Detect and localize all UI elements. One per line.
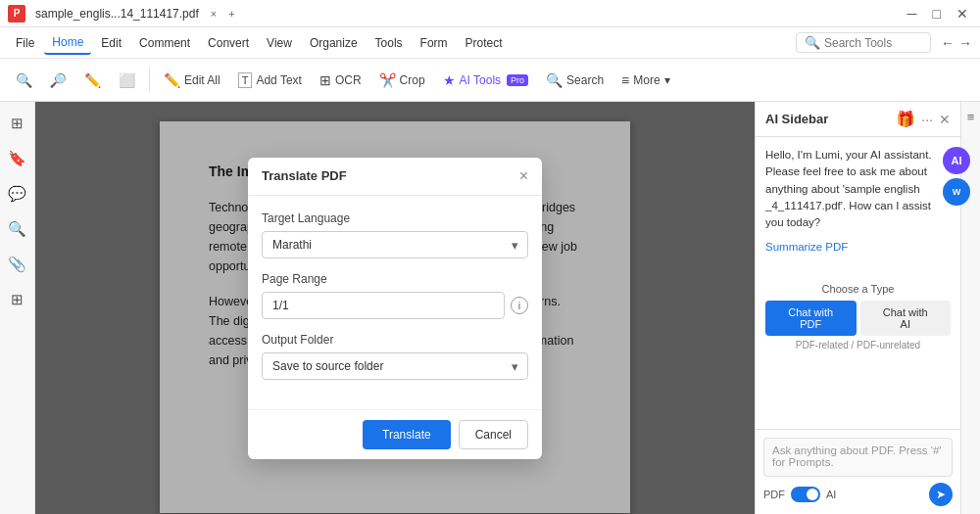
menu-organize[interactable]: Organize <box>302 32 366 54</box>
sidebar-attachment-btn[interactable]: 📎 <box>4 251 31 278</box>
target-language-select-wrapper: Marathi Hindi French Spanish German <box>262 231 528 258</box>
target-language-select[interactable]: Marathi Hindi French Spanish German <box>262 231 528 258</box>
cancel-btn[interactable]: Cancel <box>459 420 528 449</box>
search-btn[interactable]: 🔍 Search <box>538 68 612 93</box>
menu-convert[interactable]: Convert <box>200 32 257 54</box>
ai-ellipsis-btn[interactable]: ··· <box>921 112 933 127</box>
minimize-btn[interactable]: ─ <box>904 6 921 22</box>
page-range-info-icon[interactable]: i <box>511 297 528 314</box>
title-bar-controls: ─ □ ✕ <box>904 6 972 22</box>
menu-home[interactable]: Home <box>44 31 91 55</box>
menu-protect[interactable]: Protect <box>458 32 511 54</box>
ocr-icon: ⊞ <box>319 72 331 88</box>
translate-btn[interactable]: Translate <box>363 420 451 449</box>
zoom-out-btn[interactable]: 🔍 <box>42 68 74 93</box>
sidebar-bookmark-btn[interactable]: 🔖 <box>4 145 31 172</box>
output-folder-label: Output Folder <box>262 333 528 347</box>
mini-icon-1[interactable]: ≡ <box>967 110 975 124</box>
add-text-btn[interactable]: T Add Text <box>230 68 310 93</box>
ai-message-row: AI W Hello, I'm Lumi, your AI assistant.… <box>765 147 951 254</box>
chat-with-pdf-btn[interactable]: Chat withPDF <box>765 301 857 336</box>
ai-tools-label: AI Tools <box>460 73 501 87</box>
pdf-ai-toggle[interactable] <box>791 487 820 502</box>
toolbar: 🔍 🔍 ✏️ ⬜ ✏️ Edit All T Add Text ⊞ OCR ✂️… <box>0 59 980 102</box>
nav-forward-btn[interactable]: → <box>958 35 972 51</box>
menu-form[interactable]: Form <box>413 32 456 54</box>
menu-bar: File Home Edit Comment Convert View Orga… <box>0 27 980 59</box>
tab-close-btn[interactable]: × <box>211 8 217 20</box>
zoom-out-icon: 🔍 <box>50 72 67 88</box>
word-avatar: W <box>943 178 960 206</box>
ai-sidebar-header: AI Sidebar 🎁 ··· ✕ <box>756 102 960 137</box>
highlight-icon: ✏️ <box>84 72 101 88</box>
target-language-label: Target Language <box>262 211 528 225</box>
app-icon: P <box>8 5 25 23</box>
choose-type-label: Choose a Type <box>765 283 951 295</box>
more-label: More <box>633 73 660 87</box>
summarize-pdf-link[interactable]: Summarize PDF <box>765 241 848 253</box>
ai-send-btn[interactable]: ➤ <box>929 483 953 506</box>
dialog-close-btn[interactable]: × <box>519 167 528 185</box>
tab-title: sample_englis...14_111417.pdf <box>35 7 199 21</box>
output-folder-select-wrapper: Save to source folder Browse... <box>262 352 528 380</box>
select-icon: ⬜ <box>119 72 135 88</box>
sidebar-thumbnail-btn[interactable]: ⊞ <box>4 110 31 137</box>
highlight-btn[interactable]: ✏️ <box>76 68 109 93</box>
edit-all-icon: ✏️ <box>164 72 180 88</box>
restore-btn[interactable]: □ <box>929 6 945 22</box>
crop-btn[interactable]: ✂️ Crop <box>371 68 433 93</box>
ai-input-box[interactable]: Ask anything about PDF. Press '#' for Pr… <box>763 438 953 477</box>
menu-file[interactable]: File <box>8 32 42 54</box>
ocr-btn[interactable]: ⊞ OCR <box>312 68 369 93</box>
main-layout: ⊞ 🔖 💬 🔍 📎 ⊞ The Impa Technology's influe… <box>0 102 980 514</box>
ai-input-row: PDF AI ➤ <box>763 483 953 506</box>
menu-comment[interactable]: Comment <box>131 32 198 54</box>
ai-input-area: Ask anything about PDF. Press '#' for Pr… <box>756 429 960 514</box>
pro-badge: Pro <box>507 74 528 86</box>
ai-sidebar-title: AI Sidebar <box>765 112 892 126</box>
search-icon: 🔍 <box>546 72 563 88</box>
chat-with-ai-btn[interactable]: Chat withAI <box>860 301 952 336</box>
page-range-field: Page Range i <box>262 272 528 319</box>
ai-content: AI W Hello, I'm Lumi, your AI assistant.… <box>756 137 960 429</box>
pdf-area: The Impa Technology's influence on soc w… <box>35 102 755 514</box>
more-btn[interactable]: ≡ More ▾ <box>613 68 678 93</box>
output-folder-select[interactable]: Save to source folder Browse... <box>262 352 528 380</box>
search-tools-box[interactable]: 🔍 <box>796 32 931 53</box>
more-icon: ≡ <box>621 72 629 88</box>
menu-view[interactable]: View <box>259 32 300 54</box>
nav-back-btn[interactable]: ← <box>941 35 955 51</box>
sidebar-layers-btn[interactable]: ⊞ <box>4 286 31 313</box>
ai-gift-icon[interactable]: 🎁 <box>896 110 915 128</box>
pdf-toggle-label: PDF <box>763 489 785 500</box>
search-tools-icon: 🔍 <box>805 35 820 50</box>
menu-tools[interactable]: Tools <box>368 32 411 54</box>
edit-all-btn[interactable]: ✏️ Edit All <box>156 68 228 93</box>
ai-tools-btn[interactable]: ★ AI Tools Pro <box>435 68 536 93</box>
page-range-label: Page Range <box>262 272 528 286</box>
sidebar-search-btn[interactable]: 🔍 <box>4 215 31 243</box>
dialog-overlay: Translate PDF × Target Language Marathi … <box>35 102 755 514</box>
zoom-in-btn[interactable]: 🔍 <box>8 68 40 93</box>
chevron-down-icon: ▾ <box>664 73 670 87</box>
menu-edit[interactable]: Edit <box>93 32 129 54</box>
add-text-icon: T <box>238 72 253 88</box>
dialog-body: Target Language Marathi Hindi French Spa… <box>248 196 542 409</box>
nav-arrows: ← → <box>941 35 972 51</box>
divider-1 <box>149 69 150 92</box>
sidebar-comment-btn[interactable]: 💬 <box>4 180 31 208</box>
new-tab-btn[interactable]: + <box>228 8 234 20</box>
search-tools-input[interactable] <box>824 36 922 50</box>
dialog-header: Translate PDF × <box>248 158 542 196</box>
close-btn[interactable]: ✕ <box>953 6 972 22</box>
select-btn[interactable]: ⬜ <box>111 68 143 93</box>
toggle-knob <box>807 489 818 500</box>
crop-icon: ✂️ <box>379 72 396 88</box>
ai-toggle-label: AI <box>826 489 836 500</box>
ai-message-text: Hello, I'm Lumi, your AI assistant. Plea… <box>765 147 951 254</box>
add-text-label: Add Text <box>256 73 301 87</box>
target-language-field: Target Language Marathi Hindi French Spa… <box>262 211 528 258</box>
page-range-input[interactable] <box>262 292 505 319</box>
crop-label: Crop <box>400 73 425 87</box>
ai-close-btn[interactable]: ✕ <box>939 112 951 127</box>
